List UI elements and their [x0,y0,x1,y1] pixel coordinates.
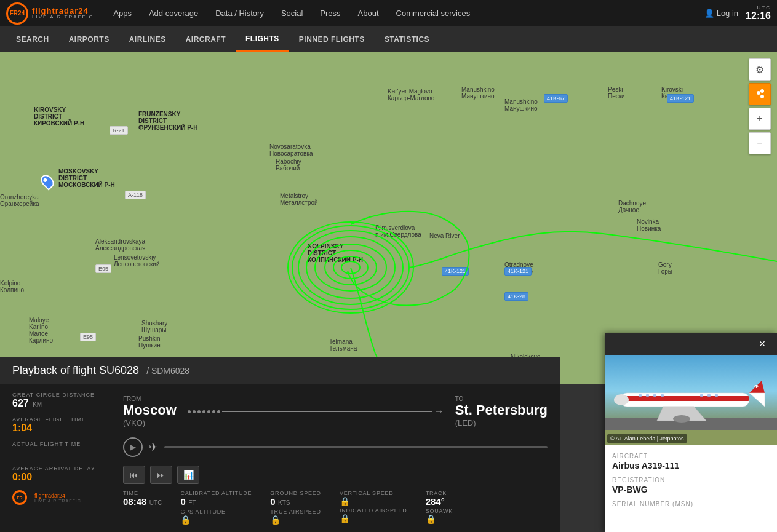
vertical-speed-lock-icon: 🔒 [340,496,407,506]
login-button[interactable]: 👤 Log in [704,9,738,18]
zoom-out-button[interactable]: − [749,132,771,154]
route-to: TO St. Petersburg (LED) [455,395,548,427]
aircraft-type-section: AIRCRAFT Airbus A319-111 [612,453,770,470]
nav-right: 👤 Log in UTC 12:16 [704,5,771,22]
panel-title: Playback of flight SU6028 [12,364,139,377]
subnav-airlines[interactable]: AIRLINES [119,26,176,52]
nav-press[interactable]: Press [313,6,348,20]
route-row: FROM Moscow (VKO) → TO St. [123,392,548,431]
panel-body: GREAT CIRCLE DISTANCE 627 KM AVERAGE FLI… [0,384,560,532]
clock-time: 12:16 [746,10,771,22]
panel-subtitle: / SDM6028 [146,366,189,376]
panel-header: Playback of flight SU6028 / SDM6028 [0,357,560,384]
indicated-airspeed-lock-icon: 🔒 [340,514,407,523]
actual-flight-stat: ACTUAL FLIGHT TIME [12,441,111,458]
rewind-button[interactable]: ⏮ [123,466,145,484]
subnav-aircraft[interactable]: AIRCRAFT [176,26,236,52]
logo-icon: FR24 [6,2,28,25]
svg-rect-20 [653,394,656,397]
nav-data-history[interactable]: Data / History [208,6,271,20]
gps-alt-lock-icon: 🔒 [180,515,252,525]
aircraft-silhouette: Ф [608,375,774,430]
nav-about[interactable]: About [351,6,386,20]
squawk-lock-icon: 🔒 [426,514,453,524]
photo-header: × [605,333,777,355]
svg-rect-23 [707,394,711,397]
settings-button[interactable]: ⚙ [749,58,771,81]
airspeed-lock-icon: 🔒 [270,515,321,525]
svg-point-17 [673,415,690,423]
svg-marker-14 [749,393,765,407]
action-buttons: ⏮ ⏭ 📊 [123,466,548,484]
svg-rect-22 [700,394,703,397]
logo-sub: LIVE AIR TRAFFIC [32,15,94,20]
aircraft-photo: Ф © AL-Alan Lebeda | Jetphotos [605,355,777,445]
subnav-pinned[interactable]: PINNED FLIGHTS [289,26,375,52]
bottom-panel: Playback of flight SU6028 / SDM6028 GREA… [0,357,560,532]
layers-button[interactable] [749,83,771,105]
user-icon: 👤 [704,9,714,18]
nav-apps[interactable]: Apps [106,6,139,20]
aircraft-info: AIRCRAFT Airbus A319-111 REGISTRATION VP… [605,445,777,532]
subnav-search[interactable]: SEARCH [6,26,59,52]
avg-delay-stat: AVERAGE ARRIVAL DELAY 0:00 [12,466,111,483]
svg-rect-12 [620,396,749,401]
svg-point-15 [614,394,629,405]
subnav-flights[interactable]: FLIGHTS [236,26,289,52]
zoom-in-button[interactable]: + [749,108,771,130]
flight-column: FROM Moscow (VKO) → TO St. [123,392,548,525]
route-arrow: → [181,406,450,417]
panel-logo: FR flightradar24 LIVE AIR TRAFFIC [12,490,111,505]
sub-navigation: SEARCH AIRPORTS AIRLINES AIRCRAFT FLIGHT… [0,26,777,52]
plane-icon: ✈ [149,440,158,454]
svg-rect-19 [646,394,649,397]
vertical-speed-col: VERTICAL SPEED 🔒 INDICATED AIRSPEED 🔒 [340,490,407,525]
utc-label: UTC [757,5,771,10]
nav-commercial[interactable]: Commercial services [389,6,478,20]
step-button[interactable]: ⏭ [150,466,172,484]
svg-point-10 [760,95,764,98]
timeline[interactable] [164,446,548,448]
playback-row: ▶ ✈ [123,437,548,457]
play-button[interactable]: ▶ [123,437,143,457]
svg-rect-18 [639,394,642,397]
svg-rect-24 [715,394,718,397]
nav-social[interactable]: Social [274,6,310,20]
top-navigation: FR24 flightradar24 LIVE AIR TRAFFIC Apps… [0,0,777,26]
time-col: TIME 08:48 UTC [123,490,162,525]
svg-point-8 [757,91,760,95]
stats-column: GREAT CIRCLE DISTANCE 627 KM AVERAGE FLI… [12,392,111,525]
route-from: FROM Moscow (VKO) [123,395,177,427]
track-col: TRACK 284° SQUAWK 🔒 [426,490,453,525]
logo[interactable]: FR24 flightradar24 LIVE AIR TRAFFIC [6,2,94,25]
avg-flight-stat: AVERAGE FLIGHT TIME 1:04 [12,416,111,434]
registration-section: REGISTRATION VP-BWG [612,477,770,494]
info-row: TIME 08:48 UTC CALIBRATED ALTITUDE 0 FT … [123,490,548,525]
subnav-airports[interactable]: AIRPORTS [59,26,119,52]
distance-stat: GREAT CIRCLE DISTANCE 627 KM [12,392,111,409]
photo-credit: © AL-Alan Lebeda | Jetphotos [607,434,687,443]
svg-point-9 [760,89,764,93]
nav-add-coverage[interactable]: Add coverage [141,6,205,20]
svg-rect-21 [661,394,664,397]
map-controls: ⚙ + − [749,58,771,154]
altitude-col: CALIBRATED ALTITUDE 0 FT GPS ALTITUDE 🔒 [180,490,252,525]
photo-panel: × [605,333,777,532]
nav-links: Apps Add coverage Data / History Social … [106,6,704,20]
close-button[interactable]: × [754,335,771,352]
ground-speed-col: GROUND SPEED 0 KTS TRUE AIRSPEED 🔒 [270,490,321,525]
serial-section: SERIAL NUMBER (MSN) [612,501,770,518]
svg-text:Ф: Ф [754,384,759,389]
chart-button[interactable]: 📊 [177,466,199,484]
subnav-statistics[interactable]: STATISTICS [375,26,439,52]
